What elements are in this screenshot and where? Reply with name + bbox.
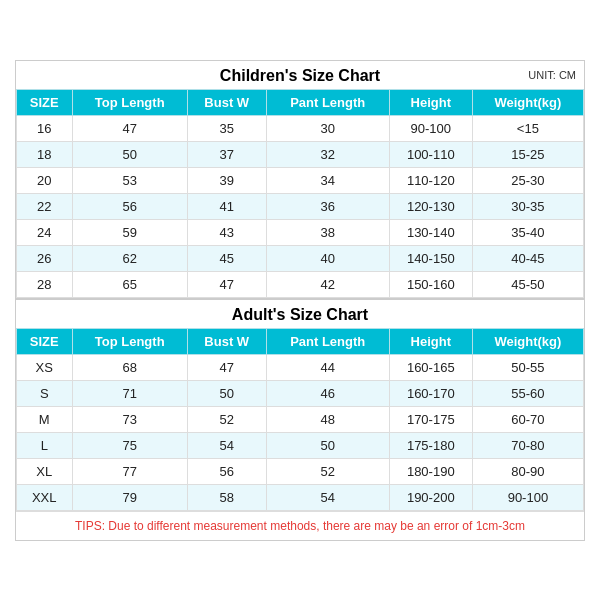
table-cell: 75 bbox=[72, 432, 187, 458]
table-cell: 90-100 bbox=[472, 484, 583, 510]
table-cell: 40 bbox=[266, 245, 389, 271]
header-pant-length: Pant Length bbox=[266, 89, 389, 115]
table-cell: 180-190 bbox=[389, 458, 472, 484]
table-row: XS684744160-16550-55 bbox=[17, 354, 584, 380]
table-row: 18503732100-11015-25 bbox=[17, 141, 584, 167]
table-cell: 160-165 bbox=[389, 354, 472, 380]
children-table: SIZE Top Length Bust W Pant Length Heigh… bbox=[16, 89, 584, 298]
children-title-row: Children's Size Chart UNIT: CM bbox=[16, 61, 584, 89]
table-cell: 30-35 bbox=[472, 193, 583, 219]
table-row: 1647353090-100<15 bbox=[17, 115, 584, 141]
table-cell: 50 bbox=[187, 380, 266, 406]
table-cell: 160-170 bbox=[389, 380, 472, 406]
table-cell: 52 bbox=[187, 406, 266, 432]
adult-title: Adult's Size Chart bbox=[232, 306, 368, 323]
table-cell: 44 bbox=[266, 354, 389, 380]
header-bust-w: Bust W bbox=[187, 89, 266, 115]
table-cell: XS bbox=[17, 354, 73, 380]
table-cell: 170-175 bbox=[389, 406, 472, 432]
table-cell: 41 bbox=[187, 193, 266, 219]
table-cell: 38 bbox=[266, 219, 389, 245]
table-cell: 120-130 bbox=[389, 193, 472, 219]
table-cell: 56 bbox=[187, 458, 266, 484]
adult-header-pant-length: Pant Length bbox=[266, 328, 389, 354]
tips-text: TIPS: Due to different measurement metho… bbox=[75, 519, 525, 533]
table-cell: 53 bbox=[72, 167, 187, 193]
table-row: 24594338130-14035-40 bbox=[17, 219, 584, 245]
table-cell: 48 bbox=[266, 406, 389, 432]
adult-header-size: SIZE bbox=[17, 328, 73, 354]
size-chart-container: Children's Size Chart UNIT: CM SIZE Top … bbox=[15, 60, 585, 541]
table-cell: 24 bbox=[17, 219, 73, 245]
table-row: M735248170-17560-70 bbox=[17, 406, 584, 432]
table-cell: 175-180 bbox=[389, 432, 472, 458]
table-cell: 39 bbox=[187, 167, 266, 193]
table-cell: 45-50 bbox=[472, 271, 583, 297]
table-row: XL775652180-19080-90 bbox=[17, 458, 584, 484]
table-row: 22564136120-13030-35 bbox=[17, 193, 584, 219]
table-cell: 36 bbox=[266, 193, 389, 219]
table-cell: S bbox=[17, 380, 73, 406]
header-top-length: Top Length bbox=[72, 89, 187, 115]
table-cell: 34 bbox=[266, 167, 389, 193]
children-tbody: 1647353090-100<1518503732100-11015-25205… bbox=[17, 115, 584, 297]
table-cell: 18 bbox=[17, 141, 73, 167]
table-cell: 47 bbox=[72, 115, 187, 141]
table-cell: 43 bbox=[187, 219, 266, 245]
table-cell: L bbox=[17, 432, 73, 458]
table-cell: 47 bbox=[187, 271, 266, 297]
header-height: Height bbox=[389, 89, 472, 115]
table-cell: 190-200 bbox=[389, 484, 472, 510]
table-cell: 62 bbox=[72, 245, 187, 271]
table-cell: <15 bbox=[472, 115, 583, 141]
table-cell: 47 bbox=[187, 354, 266, 380]
table-cell: 46 bbox=[266, 380, 389, 406]
table-row: 28654742150-16045-50 bbox=[17, 271, 584, 297]
table-cell: 40-45 bbox=[472, 245, 583, 271]
table-cell: 30 bbox=[266, 115, 389, 141]
table-cell: 26 bbox=[17, 245, 73, 271]
table-cell: 140-150 bbox=[389, 245, 472, 271]
table-cell: 35 bbox=[187, 115, 266, 141]
table-cell: 70-80 bbox=[472, 432, 583, 458]
table-cell: 50-55 bbox=[472, 354, 583, 380]
header-weight: Weight(kg) bbox=[472, 89, 583, 115]
adult-header-bust-w: Bust W bbox=[187, 328, 266, 354]
table-cell: 80-90 bbox=[472, 458, 583, 484]
table-cell: 65 bbox=[72, 271, 187, 297]
table-cell: 22 bbox=[17, 193, 73, 219]
adult-header-height: Height bbox=[389, 328, 472, 354]
table-cell: 37 bbox=[187, 141, 266, 167]
table-cell: 45 bbox=[187, 245, 266, 271]
adult-table: SIZE Top Length Bust W Pant Length Heigh… bbox=[16, 328, 584, 511]
children-title: Children's Size Chart bbox=[220, 67, 380, 84]
table-cell: 54 bbox=[266, 484, 389, 510]
table-cell: 42 bbox=[266, 271, 389, 297]
header-size: SIZE bbox=[17, 89, 73, 115]
table-cell: XL bbox=[17, 458, 73, 484]
table-cell: 15-25 bbox=[472, 141, 583, 167]
children-header-row: SIZE Top Length Bust W Pant Length Heigh… bbox=[17, 89, 584, 115]
table-cell: 90-100 bbox=[389, 115, 472, 141]
table-cell: 130-140 bbox=[389, 219, 472, 245]
table-cell: XXL bbox=[17, 484, 73, 510]
adult-header-row: SIZE Top Length Bust W Pant Length Heigh… bbox=[17, 328, 584, 354]
table-row: 20533934110-12025-30 bbox=[17, 167, 584, 193]
table-cell: 35-40 bbox=[472, 219, 583, 245]
table-cell: 60-70 bbox=[472, 406, 583, 432]
table-cell: 59 bbox=[72, 219, 187, 245]
adult-tbody: XS684744160-16550-55S715046160-17055-60M… bbox=[17, 354, 584, 510]
table-cell: M bbox=[17, 406, 73, 432]
table-cell: 150-160 bbox=[389, 271, 472, 297]
table-cell: 68 bbox=[72, 354, 187, 380]
table-cell: 52 bbox=[266, 458, 389, 484]
table-row: L755450175-18070-80 bbox=[17, 432, 584, 458]
table-cell: 20 bbox=[17, 167, 73, 193]
table-cell: 28 bbox=[17, 271, 73, 297]
table-cell: 32 bbox=[266, 141, 389, 167]
table-cell: 73 bbox=[72, 406, 187, 432]
table-cell: 77 bbox=[72, 458, 187, 484]
adult-title-row: Adult's Size Chart bbox=[16, 298, 584, 328]
table-cell: 71 bbox=[72, 380, 187, 406]
adult-header-top-length: Top Length bbox=[72, 328, 187, 354]
